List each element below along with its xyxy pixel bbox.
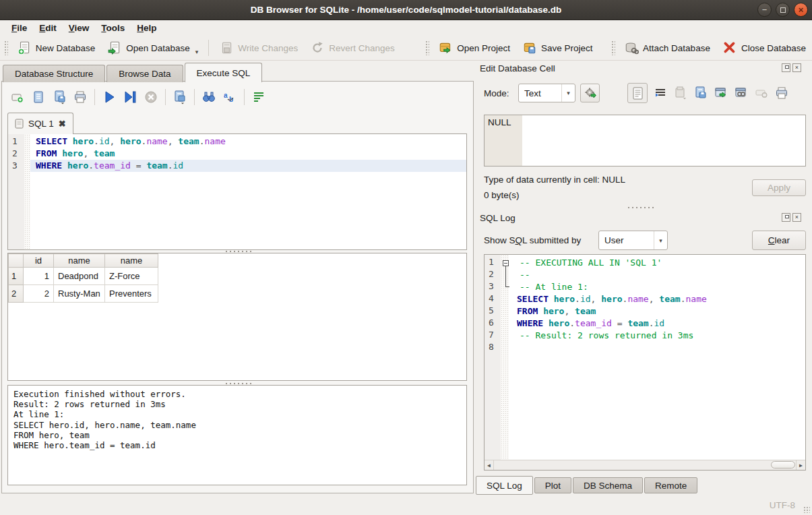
log-line: -- At line 1: bbox=[511, 281, 805, 293]
column-header-name[interactable]: name bbox=[54, 254, 105, 268]
editor-line-numbers: 1 2 3 bbox=[8, 134, 24, 249]
clear-button[interactable]: Clear bbox=[752, 231, 806, 250]
log-line bbox=[511, 342, 805, 354]
log-horizontal-scrollbar[interactable]: ◀ ▶ bbox=[485, 460, 805, 470]
menu-edit[interactable]: Edit bbox=[33, 22, 63, 34]
text-mode-button[interactable] bbox=[627, 83, 648, 103]
row-header[interactable]: 1 bbox=[9, 268, 24, 285]
log-filter-select[interactable]: User ▾ bbox=[598, 231, 668, 250]
export-file-icon[interactable] bbox=[693, 86, 708, 100]
log-filter-label: Show SQL submitted by bbox=[484, 235, 581, 245]
menu-view[interactable]: View bbox=[63, 22, 96, 34]
minimize-icon[interactable]: − bbox=[757, 3, 772, 17]
save-sql-file-icon[interactable] bbox=[52, 90, 67, 104]
tab-plot[interactable]: Plot bbox=[534, 477, 571, 493]
resize-grip[interactable] bbox=[803, 506, 810, 513]
word-wrap-icon[interactable] bbox=[653, 86, 668, 100]
tab-execute-sql[interactable]: Execute SQL bbox=[185, 63, 263, 82]
column-header-name2[interactable]: name bbox=[105, 254, 158, 268]
splitter-handle[interactable] bbox=[627, 206, 655, 209]
toolbar-grip[interactable] bbox=[425, 40, 429, 55]
close-icon[interactable]: × bbox=[794, 3, 808, 17]
sql-document-icon bbox=[15, 119, 24, 129]
maximize-icon[interactable] bbox=[776, 3, 790, 17]
cell-team-name[interactable]: Z-Force bbox=[105, 268, 158, 285]
mode-select[interactable]: Text ▾ bbox=[518, 84, 575, 102]
toolbar-grip[interactable] bbox=[611, 40, 615, 55]
cell-hero-name[interactable]: Rusty-Man bbox=[54, 285, 105, 303]
sql-document-tab[interactable]: SQL 1 ✖ bbox=[7, 113, 73, 134]
dock-float-icon[interactable] bbox=[782, 213, 790, 222]
import-mode-button[interactable] bbox=[580, 84, 600, 102]
write-changes-button[interactable]: Write Changes bbox=[213, 38, 304, 57]
close-database-button[interactable]: Close Database bbox=[716, 38, 812, 57]
dock-tabbar: SQL Log Plot DB Schema Remote bbox=[476, 476, 699, 495]
print-icon[interactable] bbox=[774, 86, 789, 100]
text-document-icon bbox=[632, 87, 644, 100]
tab-db-schema[interactable]: DB Schema bbox=[573, 477, 643, 493]
svg-text:a: a bbox=[224, 92, 228, 99]
execute-all-icon[interactable] bbox=[102, 90, 117, 104]
open-sql-file-icon[interactable] bbox=[31, 90, 46, 104]
print-icon[interactable] bbox=[73, 90, 88, 104]
menu-help[interactable]: Help bbox=[131, 22, 162, 34]
attach-database-button[interactable]: Attach Database bbox=[618, 38, 716, 57]
new-database-button[interactable]: New Database bbox=[11, 38, 102, 57]
revert-changes-button[interactable]: Revert Changes bbox=[304, 38, 401, 57]
set-link-icon[interactable] bbox=[734, 86, 749, 100]
tab-sql-log[interactable]: SQL Log bbox=[476, 476, 533, 495]
tab-remote[interactable]: Remote bbox=[644, 477, 697, 493]
cell-value-editor[interactable]: NULL bbox=[484, 115, 806, 166]
dock-close-icon[interactable]: × bbox=[792, 213, 801, 222]
edit-cell-dock-header: Edit Database Cell × bbox=[480, 63, 808, 75]
results-grid[interactable]: id name name 1 1 Deadpond Z-Force 2 2 Ru… bbox=[7, 253, 467, 381]
log-line: -- bbox=[511, 269, 805, 281]
table-row[interactable]: 2 2 Rusty-Man Preventers bbox=[9, 285, 158, 303]
main-toolbar: New Database Open Database ▾ Write Chang… bbox=[0, 36, 812, 61]
scroll-right-icon[interactable]: ▶ bbox=[796, 460, 805, 470]
tab-browse-data[interactable]: Browse Data bbox=[106, 65, 183, 82]
open-external-icon[interactable] bbox=[714, 86, 728, 100]
table-row[interactable]: 1 1 Deadpond Z-Force bbox=[9, 268, 158, 285]
column-header-id[interactable]: id bbox=[24, 254, 54, 268]
open-database-dropdown-icon[interactable]: ▾ bbox=[195, 49, 199, 55]
sql-log-view[interactable]: 1 2 3 4 5 6 7 8 -- EXECUTING ALL IN 'SQL… bbox=[484, 254, 806, 471]
row-header[interactable]: 2 bbox=[9, 285, 24, 303]
word-wrap-icon[interactable] bbox=[251, 90, 266, 104]
save-project-button[interactable]: Save Project bbox=[516, 38, 599, 57]
save-project-icon bbox=[522, 40, 537, 55]
menu-tools[interactable]: Tools bbox=[95, 22, 131, 34]
cell-type-info: Type of data currently in cell: NULL bbox=[484, 175, 625, 185]
find-replace-icon[interactable]: ab bbox=[222, 90, 237, 104]
open-database-button[interactable]: Open Database ▾ bbox=[101, 38, 204, 57]
sql-tab-close-icon[interactable]: ✖ bbox=[59, 119, 66, 129]
log-line: WHERE hero.team_id = team.id bbox=[511, 317, 805, 330]
sql-editor[interactable]: 1 2 3 SELECT hero.id, hero.name, team.na… bbox=[7, 133, 467, 250]
cell-hero-name[interactable]: Deadpond bbox=[54, 268, 105, 285]
dock-close-icon[interactable]: × bbox=[792, 63, 801, 72]
apply-button[interactable]: Apply bbox=[752, 179, 806, 196]
export-results-icon[interactable] bbox=[173, 90, 187, 104]
fold-collapse-icon[interactable] bbox=[503, 260, 509, 266]
edit-cell-title: Edit Database Cell bbox=[480, 63, 555, 73]
find-icon[interactable] bbox=[201, 90, 216, 104]
menu-file[interactable]: File bbox=[5, 22, 33, 34]
results-corner bbox=[9, 254, 24, 268]
new-tab-icon[interactable] bbox=[10, 90, 25, 104]
scroll-left-icon[interactable]: ◀ bbox=[485, 460, 494, 470]
encoding-status: UTF-8 bbox=[770, 500, 795, 510]
log-line-numbers: 1 2 3 4 5 6 7 8 bbox=[485, 255, 501, 460]
tab-database-structure[interactable]: Database Structure bbox=[3, 65, 105, 82]
cell-team-name[interactable]: Preventers bbox=[105, 285, 158, 303]
dock-float-icon[interactable] bbox=[782, 63, 790, 72]
cell-id[interactable]: 1 bbox=[24, 268, 54, 285]
execute-current-line-icon[interactable] bbox=[123, 90, 137, 104]
open-project-button[interactable]: Open Project bbox=[432, 38, 516, 57]
titlebar: DB Browser for SQLite - /home/user/code/… bbox=[0, 0, 812, 20]
editor-fold-margin bbox=[24, 134, 30, 249]
stop-icon bbox=[144, 90, 158, 104]
scrollbar-thumb[interactable] bbox=[771, 461, 795, 468]
cell-id[interactable]: 2 bbox=[24, 285, 54, 303]
remove-icon bbox=[754, 86, 769, 100]
toolbar-grip[interactable] bbox=[4, 40, 8, 55]
